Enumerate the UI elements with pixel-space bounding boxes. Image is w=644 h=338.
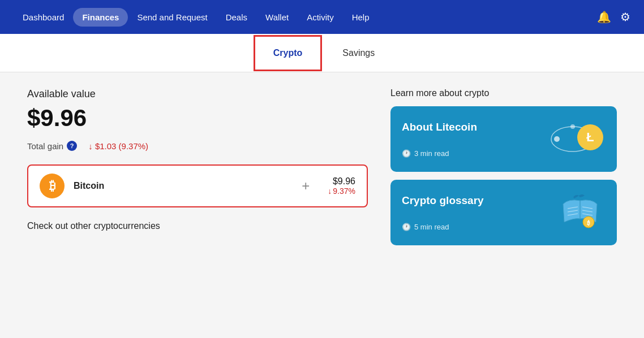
bitcoin-name: Bitcoin <box>74 181 284 191</box>
glossary-illustration: ₿ <box>555 190 606 235</box>
bitcoin-icon: ₿ <box>40 174 65 198</box>
bitcoin-add-button[interactable]: + <box>302 178 310 194</box>
available-value: $9.96 <box>27 105 368 132</box>
check-other-label: Check out other cryptocurrencies <box>27 221 368 231</box>
bitcoin-values: $9.96 ↓ 9.37% <box>328 176 355 196</box>
nav-item-finances[interactable]: Finances <box>73 8 128 27</box>
nav-item-help[interactable]: Help <box>343 8 379 27</box>
bitcoin-amount: $9.96 <box>328 176 355 187</box>
tab-savings[interactable]: Savings <box>324 37 393 70</box>
settings-icon[interactable]: ⚙ <box>620 10 630 24</box>
clock-icon: 🕐 <box>402 149 411 158</box>
litecoin-card[interactable]: About Litecoin 🕐 3 min read Ł <box>390 106 617 172</box>
arrow-down-icon: ↓ <box>328 187 332 196</box>
info-icon[interactable]: ? <box>67 141 77 151</box>
glossary-card-title: Crypto glossary <box>402 194 484 207</box>
nav-item-wallet[interactable]: Wallet <box>256 8 298 27</box>
right-panel: Learn more about crypto About Litecoin 🕐… <box>390 88 617 322</box>
bitcoin-card[interactable]: ₿ Bitcoin + $9.96 ↓ 9.37% <box>27 164 368 207</box>
tab-crypto[interactable]: Crypto <box>254 35 323 71</box>
learn-label: Learn more about crypto <box>390 88 617 98</box>
total-gain-label: Total gain ? <box>27 141 77 151</box>
total-gain-row: Total gain ? $1.03 (9.37%) <box>27 141 368 151</box>
glossary-card-left: Crypto glossary 🕐 5 min read <box>402 194 484 231</box>
available-label: Available value <box>27 88 368 100</box>
svg-point-1 <box>554 136 560 142</box>
bell-icon[interactable]: 🔔 <box>597 10 611 24</box>
nav-item-deals[interactable]: Deals <box>217 8 256 27</box>
litecoin-card-left: About Litecoin 🕐 3 min read <box>402 121 477 158</box>
nav-icons: 🔔 ⚙ <box>597 10 630 24</box>
litecoin-card-title: About Litecoin <box>402 121 477 133</box>
svg-text:₿: ₿ <box>587 220 590 226</box>
tabs-row: Crypto Savings <box>0 34 644 72</box>
gain-value: $1.03 (9.37%) <box>88 141 148 151</box>
glossary-card[interactable]: Crypto glossary 🕐 5 min read <box>390 180 617 245</box>
litecoin-illustration: Ł <box>549 116 606 162</box>
litecoin-card-time: 🕐 3 min read <box>402 149 477 158</box>
nav-item-activity[interactable]: Activity <box>298 8 343 27</box>
glossary-card-time: 🕐 5 min read <box>402 223 484 231</box>
nav-item-dashboard[interactable]: Dashboard <box>14 8 73 27</box>
left-panel: Available value $9.96 Total gain ? $1.03… <box>27 88 368 322</box>
litecoin-coin-icon: Ł <box>577 124 603 150</box>
main-content: Available value $9.96 Total gain ? $1.03… <box>0 72 644 338</box>
navbar: Dashboard Finances Send and Request Deal… <box>0 0 644 34</box>
bitcoin-change: ↓ 9.37% <box>328 187 355 196</box>
svg-point-2 <box>570 124 575 129</box>
clock-icon: 🕐 <box>402 223 411 231</box>
nav-item-send-request[interactable]: Send and Request <box>128 8 216 27</box>
